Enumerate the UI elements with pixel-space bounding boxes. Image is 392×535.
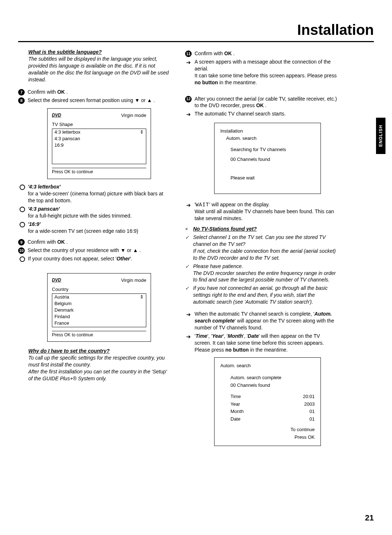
option-16-9: '16:9' for a wide-screen TV set (screen … [18, 221, 171, 235]
time-note: ➔ 'Time', 'Year', 'Month', 'Date' will t… [185, 333, 338, 353]
note-title: What is the subtitle language? [28, 49, 102, 55]
page-number: 21 [365, 513, 374, 523]
right-column: 11 Confirm with OK . ➔ A screen appers w… [185, 49, 338, 450]
step-9: 9 Confirm with OK . [18, 239, 171, 246]
arrow-icon: ➔ [185, 59, 192, 66]
list-item: 16:9 [52, 142, 146, 164]
list-item: 4:3 panscan [52, 135, 146, 142]
arrow-icon: ➔ [185, 311, 192, 318]
section-label: TV Shape [52, 121, 146, 129]
step-number-7: 7 [18, 89, 25, 96]
page-title: Installation [18, 22, 374, 38]
step-10-sub: If your country does not appear, select … [18, 255, 171, 262]
tv-screen-search: Installation Autom. search Searching for… [214, 123, 321, 194]
check-icon: ✓ [185, 234, 190, 241]
step-12-sub: ➔ The automatic TV channel search starts… [185, 110, 338, 118]
bullet-icon [20, 222, 25, 227]
step-11: 11 Confirm with OK . [185, 50, 338, 57]
step-8: 8 Select the desired screen format posit… [18, 97, 171, 104]
troubleshoot-block: × No TV-Stations found yet? ✓ Select cha… [185, 226, 338, 305]
list-item: Denmark [52, 307, 146, 313]
title-divider [18, 41, 374, 42]
arrow-icon: ➔ [185, 111, 192, 118]
section-label: Country [52, 286, 146, 294]
step-10: 10 Select the country of your residence … [18, 247, 171, 254]
wait-note: ➔ 'WAIT' will appear on the display. Wai… [185, 201, 338, 222]
content-columns: What is the subtitle language? The subti… [18, 49, 374, 450]
step-number-10: 10 [18, 247, 25, 254]
list-item: Finland [52, 313, 146, 320]
note-body: To call up the specific settings for the… [28, 355, 165, 368]
screen-foot: Press OK to continue [52, 168, 146, 175]
mode-label: Virgin mode [121, 277, 146, 284]
step-12: 12 After you connect the aerial (or cabl… [185, 96, 338, 109]
option-letterbox: '4:3 letterbox' for a 'wide-screen' (cin… [18, 183, 171, 204]
note-title: Why do I have to set the country? [28, 348, 110, 354]
trouble-title: No TV-Stations found yet? [193, 226, 257, 232]
language-tab: ENGLISH [376, 118, 385, 154]
note-subtitle-language: What is the subtitle language? The subti… [28, 49, 171, 83]
dvd-logo: DVD [52, 277, 61, 284]
list-item: 4:3 letterbox⇕ [52, 129, 146, 135]
tv-screen-search-complete: Autom. search Autom. search complete 00 … [214, 357, 321, 446]
note-country: Why do I have to set the country? To cal… [28, 348, 171, 382]
bullet-icon [20, 207, 25, 212]
list-item: Austria⇕ [52, 294, 146, 300]
check-icon: ✓ [185, 263, 190, 270]
list-item: Belgium [52, 300, 146, 307]
list-item: France [52, 320, 146, 327]
step-7: 7 Confirm with OK . [18, 89, 171, 96]
step-number-11: 11 [185, 50, 192, 57]
arrow-icon: ➔ [185, 202, 192, 209]
step-number-9: 9 [18, 239, 25, 246]
tv-screen-tv-shape: DVD Virgin mode TV Shape 4:3 letterbox⇕ … [47, 108, 151, 179]
step-number-8: 8 [18, 97, 25, 104]
step-number-12: 12 [185, 96, 192, 102]
left-column: What is the subtitle language? The subti… [18, 49, 171, 450]
arrow-icon: ➔ [185, 333, 192, 340]
note-body: After the first installation you can set… [28, 369, 167, 381]
screen-foot: Press OK to continue [52, 331, 146, 338]
dvd-logo: DVD [52, 112, 61, 119]
bullet-icon [20, 256, 25, 262]
mode-label: Virgin mode [121, 112, 146, 119]
note-body: The subtitles will be displayed in the l… [28, 56, 169, 82]
x-icon: × [185, 226, 190, 232]
tv-screen-country: DVD Virgin mode Country Austria⇕ Belgium… [47, 273, 151, 342]
option-panscan: '4:3 panscan' for a full-height picture … [18, 206, 171, 219]
complete-note: ➔ When the automatic TV channel search i… [185, 311, 338, 331]
check-icon: ✓ [185, 285, 190, 292]
step-11-sub: ➔ A screen appers with a message about t… [185, 58, 338, 86]
bullet-icon [20, 185, 25, 190]
